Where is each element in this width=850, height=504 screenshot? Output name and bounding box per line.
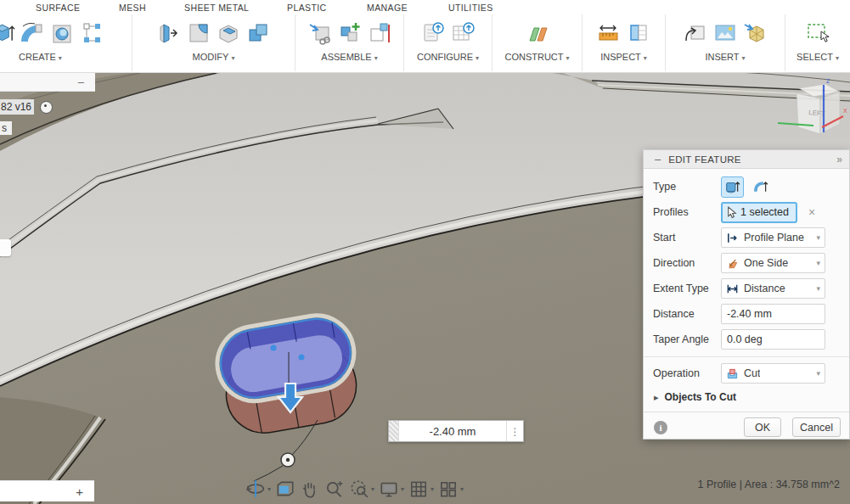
orbit-button[interactable]	[244, 478, 273, 500]
extrude-icon[interactable]	[0, 19, 15, 48]
start-dropdown[interactable]: Profile Plane	[721, 227, 825, 248]
insert-mesh-icon[interactable]	[742, 19, 768, 48]
tab-surface[interactable]: SURFACE	[36, 3, 80, 13]
grid-settings-button[interactable]	[407, 478, 436, 500]
expand-panel-icon[interactable]	[836, 154, 842, 165]
hole-icon[interactable]	[49, 19, 75, 48]
group-label-assemble[interactable]: ASSEMBLE	[321, 52, 377, 62]
zoom-window-button[interactable]	[347, 478, 376, 500]
chevron-down-icon[interactable]	[401, 485, 404, 493]
info-icon[interactable]	[654, 421, 667, 434]
chevron-down-icon[interactable]	[267, 485, 271, 493]
chevron-down-icon	[816, 284, 820, 293]
cut-operation-icon	[726, 367, 739, 380]
group-label-select[interactable]: SELECT	[797, 52, 839, 62]
zoom-button[interactable]	[323, 478, 346, 500]
extrude-type-thin-button[interactable]	[749, 176, 772, 198]
direction-dropdown[interactable]: One Side	[721, 253, 825, 273]
derive-icon[interactable]	[683, 19, 708, 48]
as-built-joint-icon[interactable]	[367, 19, 392, 48]
select-icon[interactable]	[805, 19, 830, 48]
clear-selection-icon[interactable]	[808, 205, 815, 219]
group-label-configure[interactable]: CONFIGURE	[417, 52, 479, 62]
profile-plane-icon	[726, 232, 739, 244]
chevron-down-icon	[816, 259, 820, 267]
timeline-add-icon[interactable]	[76, 484, 83, 499]
tab-utilities[interactable]: UTILITIES	[448, 3, 493, 13]
extrude-type-solid-button[interactable]	[721, 176, 744, 198]
cursor-icon	[726, 206, 738, 219]
shell-icon[interactable]	[216, 19, 241, 48]
drag-handle[interactable]	[389, 421, 399, 441]
tab-manage[interactable]: MANAGE	[367, 3, 408, 13]
viewports-button[interactable]	[436, 478, 465, 500]
browser-panel-header[interactable]	[0, 73, 95, 92]
section-analysis-icon[interactable]	[626, 19, 651, 48]
chevron-down-icon	[816, 369, 820, 378]
new-component-icon[interactable]	[307, 19, 333, 48]
distance-input[interactable]	[721, 304, 825, 324]
group-label-inspect[interactable]: INSPECT	[600, 52, 647, 62]
profiles-label: Profiles	[653, 206, 721, 218]
profiles-selection-chip[interactable]: 1 selected	[721, 202, 797, 223]
press-pull-icon[interactable]	[156, 19, 182, 48]
sketch-point[interactable]	[299, 355, 305, 361]
chevron-down-icon	[476, 54, 479, 62]
tree-row-label[interactable]: s	[0, 121, 12, 135]
collapse-icon[interactable]	[655, 156, 661, 163]
measure-icon[interactable]	[596, 19, 622, 48]
options-menu-button[interactable]	[506, 421, 523, 441]
operation-dropdown[interactable]: Cut	[721, 363, 825, 384]
joint-icon[interactable]	[337, 19, 363, 48]
construct-plane-icon[interactable]	[525, 19, 550, 48]
extent-type-dropdown[interactable]: Distance	[721, 278, 825, 299]
operation-row: Operation Cut	[653, 361, 841, 386]
group-label-modify[interactable]: MODIFY	[193, 52, 235, 62]
look-at-button[interactable]	[273, 478, 297, 500]
sketch-point[interactable]	[271, 345, 277, 351]
extent-type-value: Distance	[744, 283, 785, 294]
cancel-button[interactable]: Cancel	[792, 417, 841, 437]
objects-to-cut-expander[interactable]: Objects To Cut	[653, 386, 841, 408]
revolve-icon[interactable]	[20, 19, 45, 48]
one-side-icon	[726, 257, 739, 270]
panel-flyout-tab[interactable]	[0, 239, 11, 256]
rectangular-pattern-icon[interactable]	[79, 19, 104, 48]
distance-value-field[interactable]	[399, 421, 506, 441]
tab-sheet-metal[interactable]: SHEET METAL	[184, 3, 249, 13]
canvas-image-icon[interactable]	[712, 19, 738, 48]
group-label-insert[interactable]: INSERT	[705, 52, 745, 62]
chevron-down-icon[interactable]	[431, 485, 434, 493]
browser-document-row[interactable]: 82 v16	[0, 98, 53, 115]
browser-tree-row[interactable]: s	[0, 120, 12, 135]
ok-button[interactable]: OK	[744, 417, 781, 437]
taper-angle-input[interactable]	[721, 329, 825, 350]
taper-angle-row: Taper Angle	[653, 327, 841, 352]
dimension-manipulator-input[interactable]	[388, 420, 524, 442]
configuration-icon[interactable]	[420, 19, 446, 48]
tab-mesh[interactable]: MESH	[119, 3, 146, 13]
group-insert: INSERT	[666, 14, 785, 71]
tab-plastic[interactable]: PLASTIC	[287, 3, 327, 13]
ribbon-tabbar: SURFACE MESH SHEET METAL PLASTIC MANAGE …	[0, 0, 850, 14]
group-label-create[interactable]: CREATE	[19, 52, 62, 62]
display-settings-button[interactable]	[377, 478, 406, 500]
distance-label: Distance	[653, 308, 721, 320]
group-label-construct[interactable]: CONSTRUCT	[504, 52, 569, 62]
start-row: Start Profile Plane	[653, 225, 841, 250]
chevron-down-icon[interactable]	[460, 485, 464, 493]
component-activate-icon[interactable]	[40, 101, 53, 114]
combine-icon[interactable]	[245, 19, 271, 48]
pan-button[interactable]	[298, 478, 322, 500]
chevron-down-icon	[816, 233, 820, 242]
collapse-icon[interactable]	[78, 78, 84, 87]
dialog-header[interactable]: EDIT FEATURE	[644, 150, 849, 169]
distance-row: Distance	[653, 301, 841, 327]
chevron-down-icon[interactable]	[371, 485, 374, 493]
navigation-toolbar	[244, 477, 465, 501]
document-version-label[interactable]: 82 v16	[0, 99, 34, 115]
timeline-bar[interactable]	[0, 480, 94, 501]
fillet-icon[interactable]	[186, 19, 211, 48]
configuration-table-icon[interactable]	[450, 19, 476, 48]
divider	[644, 356, 849, 357]
